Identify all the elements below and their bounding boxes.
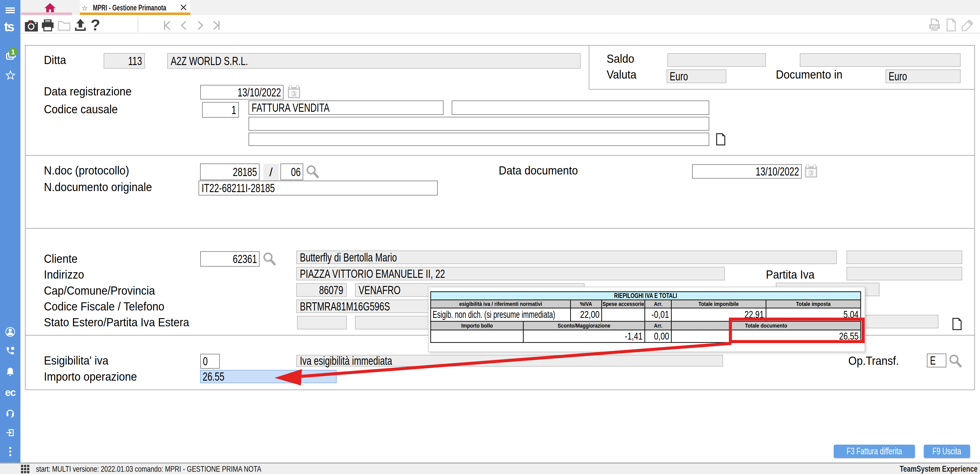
- svg-text:3: 3: [293, 91, 295, 96]
- svg-text:ts: ts: [4, 19, 14, 34]
- svg-text:PDF: PDF: [931, 24, 939, 29]
- svg-text:1: 1: [11, 48, 15, 56]
- svg-text:3: 3: [810, 170, 812, 176]
